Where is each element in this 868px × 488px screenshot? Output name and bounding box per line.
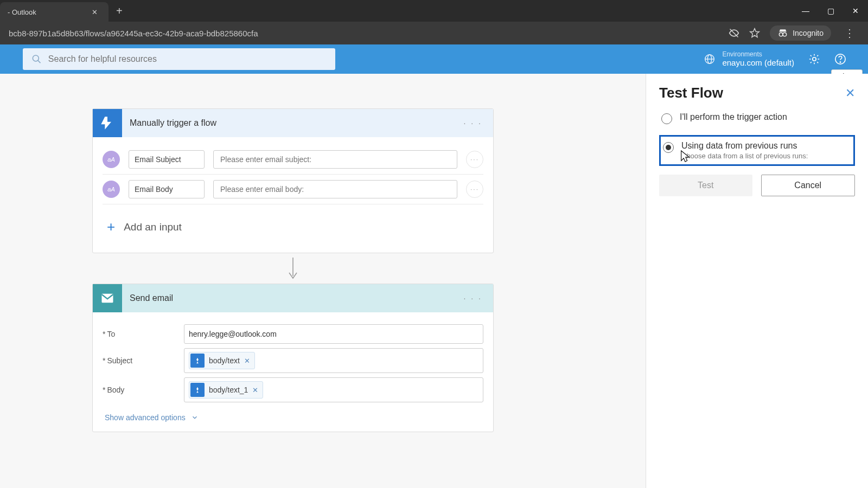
incognito-badge[interactable]: Incognito [770,25,831,41]
dynamic-content-icon [190,383,205,397]
radio-sublabel: Choose data from a list of previous runs… [681,152,808,160]
browser-tab[interactable]: - Outlook ✕ [0,2,108,22]
mail-icon [93,284,122,312]
star-icon[interactable] [749,28,760,38]
param-value-input[interactable] [213,180,457,198]
email-menu-icon[interactable]: · · · [464,294,482,303]
body-label: *Body [103,386,184,394]
body-field[interactable]: body/text_1 ✕ [184,377,483,402]
minimize-icon[interactable]: — [793,0,818,22]
trigger-menu-icon[interactable]: · · · [464,119,482,127]
environment-picker[interactable]: Environments enayu.com (default) [704,51,794,67]
svg-point-2 [783,33,787,36]
panel-close-icon[interactable]: ✕ [845,86,855,100]
to-field[interactable]: henry.legge@outlook.com [184,324,483,344]
radio-label: Using data from previous runs [681,141,808,151]
tab-title: - Outlook [8,8,36,16]
env-label: Environments [722,51,794,58]
search-box[interactable] [23,48,335,70]
env-name: enayu.com (default) [722,58,794,67]
radio-option-previous[interactable]: Using data from previous runs Choose dat… [659,135,855,166]
chevron-down-icon [191,414,199,421]
param-row: aA ··· [103,150,483,169]
cancel-button[interactable]: Cancel [761,175,856,196]
radio-icon [663,142,674,153]
dynamic-content-icon [190,354,205,368]
svg-point-10 [840,62,840,62]
email-card-header[interactable]: Send email · · · [93,284,493,312]
radio-label: I'll perform the trigger action [680,112,787,122]
test-flow-panel: Test Flow ✕ I'll perform the trigger act… [646,74,868,488]
radio-option-manual[interactable]: I'll perform the trigger action [659,107,855,130]
param-name-input[interactable] [129,180,205,198]
param-name-input[interactable] [129,150,205,169]
help-icon[interactable] [834,53,846,65]
email-title: Send email [130,293,173,303]
token-remove-icon[interactable]: ✕ [252,386,258,394]
radio-icon [661,113,672,124]
trigger-card: Manually trigger a flow · · · aA ··· aA … [92,108,494,253]
search-input[interactable] [48,54,327,64]
show-advanced-toggle[interactable]: Show advanced options [103,407,483,424]
trigger-title: Manually trigger a flow [130,118,216,128]
close-window-icon[interactable]: ✕ [843,0,868,22]
add-input-label: Add an input [124,221,182,233]
svg-point-1 [780,33,783,36]
tab-close-icon[interactable]: ✕ [88,7,101,17]
param-row: aA ··· [103,180,483,198]
incognito-icon [777,28,788,38]
eye-off-icon[interactable] [729,28,739,38]
token-remove-icon[interactable]: ✕ [244,357,250,365]
svg-point-8 [813,57,816,61]
maximize-icon[interactable]: ▢ [818,0,843,22]
browser-menu-icon[interactable]: ⋮ [841,27,858,40]
subject-label: *Subject [103,356,184,365]
gear-icon[interactable] [808,53,820,65]
text-param-icon: aA [103,151,120,168]
app-header: Environments enayu.com (default) Close [0,44,868,74]
param-menu-icon[interactable]: ··· [466,181,483,198]
trigger-icon [93,109,122,137]
svg-point-3 [33,55,39,61]
url-text[interactable]: bcb8-897b1a5d8b63/flows/a962445a-ec3c-42… [9,29,258,38]
search-icon [31,54,42,65]
subject-field[interactable]: body/text ✕ [184,348,483,373]
to-label: *To [103,330,184,338]
browser-tab-strip: - Outlook ✕ + — ▢ ✕ [0,0,868,22]
add-input-button[interactable]: + Add an input [103,209,483,245]
dynamic-token[interactable]: body/text ✕ [189,352,255,369]
param-value-input[interactable] [213,150,457,169]
dynamic-token[interactable]: body/text_1 ✕ [189,381,263,399]
globe-icon [704,53,716,65]
panel-title: Test Flow [659,85,723,101]
window-controls: — ▢ ✕ [793,0,868,22]
text-param-icon: aA [103,181,120,198]
svg-line-4 [38,60,41,63]
incognito-label: Incognito [793,29,824,37]
test-button[interactable]: Test [659,175,752,196]
email-card: Send email · · · *To henry.legge@outlook… [92,284,494,432]
param-menu-icon[interactable]: ··· [466,151,483,168]
address-bar: bcb8-897b1a5d8b63/flows/a962445a-ec3c-42… [0,22,868,44]
plus-icon: + [107,219,115,235]
flow-arrow-icon [92,253,494,284]
trigger-card-header[interactable]: Manually trigger a flow · · · [93,109,493,137]
new-tab-button[interactable]: + [108,5,130,17]
